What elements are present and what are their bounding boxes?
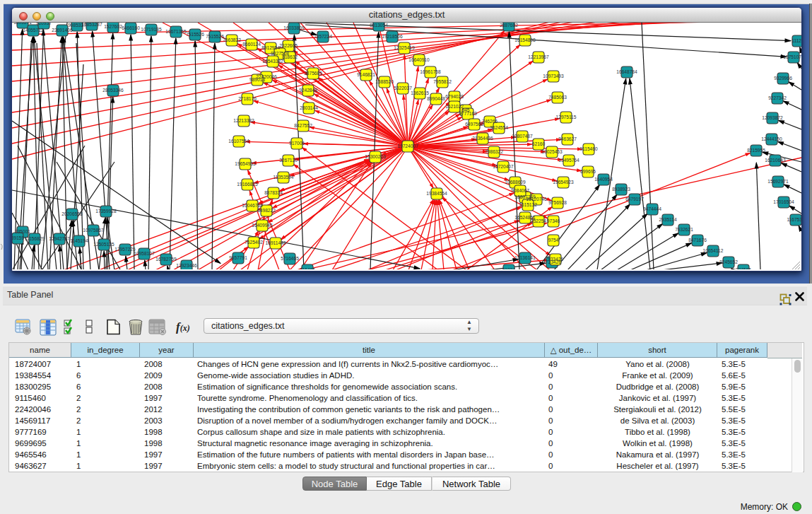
svg-text:818632: 818632 [282,54,298,59]
svg-text:16409945: 16409945 [252,223,273,228]
svg-text:3875685: 3875685 [304,71,322,76]
svg-text:7485063: 7485063 [548,95,567,100]
svg-text:1805571: 1805571 [13,23,32,25]
svg-text:15300203: 15300203 [365,154,386,159]
svg-text:9463627: 9463627 [558,136,577,141]
svg-text:6794028: 6794028 [445,94,464,99]
svg-text:19654923: 19654923 [553,180,574,185]
svg-text:9245652: 9245652 [719,259,738,264]
svg-text:8912954: 8912954 [261,45,280,50]
svg-text:933426: 933426 [548,257,563,262]
svg-text:9242848: 9242848 [299,88,317,93]
svg-text:10807487: 10807487 [512,134,533,139]
svg-text:1145194: 1145194 [70,238,88,243]
svg-text:9754: 9754 [548,238,559,243]
svg-text:16120746: 16120746 [526,197,547,201]
svg-text:8990448: 8990448 [427,96,445,101]
svg-text:12505135: 12505135 [93,242,114,247]
svg-text:17016504: 17016504 [773,199,794,204]
svg-text:920937: 920937 [36,23,52,25]
svg-text:91934: 91934 [502,267,516,269]
svg-text:746266: 746266 [482,119,498,124]
svg-text:9227342: 9227342 [768,95,787,100]
svg-text:15692971: 15692971 [767,179,789,184]
svg-text:8427552: 8427552 [294,123,312,128]
svg-text:10688609: 10688609 [505,180,526,185]
svg-text:5716465: 5716465 [281,256,299,261]
svg-text:9146821: 9146821 [357,72,375,77]
svg-text:16543382: 16543382 [262,59,283,64]
svg-text:10975867: 10975867 [83,228,104,233]
svg-text:20206558: 20206558 [61,211,83,216]
svg-text:7955812: 7955812 [433,79,452,84]
svg-text:9115460: 9115460 [579,146,598,151]
svg-text:3624554: 3624554 [490,125,508,130]
svg-text:16210643: 16210643 [765,158,786,163]
svg-text:28053346: 28053346 [102,88,124,93]
svg-text:15720407: 15720407 [493,164,514,169]
svg-text:9329966: 9329966 [774,76,792,81]
svg-text:19724007: 19724007 [397,144,418,148]
svg-text:335001: 335001 [15,229,30,234]
svg-text:7357224: 7357224 [314,34,332,39]
svg-text:15495764: 15495764 [558,158,579,163]
svg-text:16782759: 16782759 [155,257,177,262]
svg-text:2803144: 2803144 [300,105,318,110]
svg-text:1362615: 1362615 [411,90,429,95]
svg-text:699695: 699695 [580,169,596,174]
svg-text:11353594: 11353594 [273,175,294,180]
svg-text:6498222: 6498222 [257,208,276,213]
svg-text:10719185: 10719185 [141,27,162,32]
svg-text:2935114: 2935114 [659,217,677,222]
svg-text:6497568: 6497568 [465,122,483,127]
svg-text:8471676: 8471676 [688,238,707,243]
svg-text:62160: 62160 [532,141,546,146]
svg-text:12923446: 12923446 [176,263,197,268]
svg-text:11123: 11123 [792,38,801,43]
svg-text:12325419: 12325419 [394,45,415,50]
svg-text:8938923: 8938923 [612,187,630,192]
svg-text:16107554: 16107554 [228,139,249,144]
svg-text:1640954: 1640954 [594,177,613,182]
svg-text:16640910: 16640910 [408,57,430,62]
svg-text:7632621: 7632621 [675,227,693,232]
svg-text:16911442: 16911442 [266,240,286,245]
svg-text:10853287: 10853287 [81,23,102,27]
svg-text:10958107: 10958107 [134,251,155,256]
svg-text:2322605: 2322605 [279,43,298,48]
svg-text:7515526: 7515526 [186,32,204,37]
svg-text:6466160: 6466160 [122,25,140,30]
svg-text:9084067: 9084067 [511,188,529,193]
svg-text:19384554: 19384554 [426,191,447,196]
svg-text:16961758: 16961758 [420,69,441,74]
svg-text:1615132: 1615132 [519,202,537,207]
svg-text:21364436: 21364436 [472,136,493,141]
svg-text:16154808: 16154808 [514,37,536,42]
svg-text:9777169: 9777169 [459,111,477,116]
svg-text:19654933: 19654933 [235,161,256,166]
svg-text:10654112: 10654112 [703,248,724,253]
svg-text:2718176: 2718176 [238,96,257,101]
svg-text:1527602: 1527602 [104,24,122,29]
svg-text:1588520: 1588520 [375,79,394,84]
svg-text:17359928: 17359928 [95,209,117,214]
svg-text:10046765: 10046765 [242,203,263,208]
svg-text:7986322: 7986322 [485,149,503,154]
svg-text:97346: 97346 [547,218,560,223]
svg-text:10973493: 10973493 [543,74,564,78]
svg-text:39159: 39159 [12,235,24,240]
svg-text:23691406: 23691406 [52,28,73,33]
svg-text:2887682: 2887682 [500,23,518,28]
svg-text:15136141: 15136141 [514,255,536,260]
svg-text:16648784: 16648784 [616,69,637,74]
svg-text:924565: 924565 [736,267,751,269]
svg-text:17957225: 17957225 [114,247,136,252]
svg-text:6479197: 6479197 [625,197,644,201]
svg-text:16033809: 16033809 [283,25,305,30]
svg-text:14055712: 14055712 [23,28,44,33]
svg-text:12975115: 12975115 [556,115,577,119]
svg-text:3267130: 3267130 [279,158,298,163]
svg-text:11156829: 11156829 [25,236,45,241]
svg-text:9657791: 9657791 [229,255,247,260]
svg-text:19166825: 19166825 [237,182,258,187]
